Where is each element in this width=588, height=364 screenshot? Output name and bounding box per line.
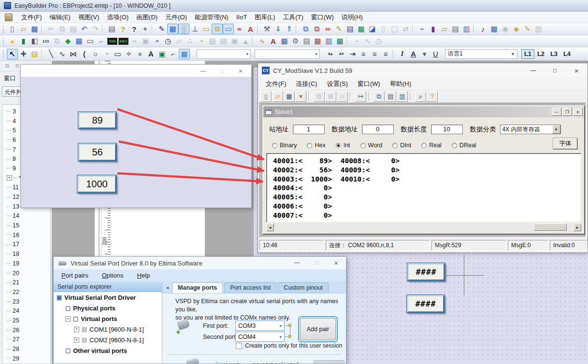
shape-style-combo[interactable]: ▾ (197, 49, 251, 59)
picker-icon[interactable]: ◪ (367, 24, 378, 34)
data-category-select[interactable]: 4X 内部寄存器 ▼ (500, 125, 561, 134)
menu-item[interactable]: 帮助(H) (385, 78, 416, 90)
close-icon[interactable]: × (334, 259, 338, 267)
menu-item[interactable]: 说明(H) (338, 12, 367, 23)
sound-icon[interactable]: ♪ (477, 24, 488, 34)
ms-tile-horizontal-icon[interactable]: ▤ (385, 91, 396, 102)
menu-item[interactable]: 文件(F) (17, 12, 46, 23)
report-icon[interactable]: ▤ (218, 36, 229, 46)
scrollbar-track[interactable] (274, 224, 574, 231)
maximize-icon[interactable]: □ (544, 63, 566, 78)
format-radio[interactable]: Word (360, 142, 383, 149)
open-icon[interactable]: ▱ (18, 24, 29, 34)
color-dropdown-icon[interactable]: ▾ (419, 49, 430, 59)
tab-manage-ports[interactable]: Manage ports (172, 282, 223, 293)
text-tool-icon[interactable]: A (145, 49, 157, 59)
usb-icon[interactable]: ▯ (378, 24, 389, 34)
window-tree-item[interactable]: 28 (2, 344, 50, 354)
minimize-icon[interactable]: — (522, 63, 544, 78)
comment-icon[interactable]: ▭ (223, 24, 234, 34)
chart-icon[interactable]: ▨ (207, 36, 218, 46)
format-radio[interactable]: Real (421, 142, 442, 149)
tree-item-physical-ports[interactable]: ▢ Physical ports (54, 303, 162, 313)
dock-pane-icon[interactable]: ⧉ (3, 62, 12, 70)
ms-save-icon[interactable]: ▦ (284, 91, 295, 102)
properties-icon[interactable]: ▤ (29, 49, 40, 59)
menu-item[interactable]: Help (137, 272, 150, 279)
system-settings-icon[interactable]: ⚙ (290, 36, 301, 46)
shape-icon[interactable]: ▭ (201, 24, 212, 34)
restore-icon[interactable]: ❐ (562, 108, 572, 116)
disc-icon[interactable]: ◉ (500, 24, 511, 34)
minimize-icon[interactable]: — (201, 68, 206, 74)
macro-icon[interactable]: ✎ (333, 24, 344, 34)
tree-expander-icon[interactable]: + (74, 337, 79, 343)
second-port-select[interactable]: COM4 ▾ (235, 332, 285, 342)
field-input[interactable]: 1 (293, 125, 325, 134)
csv-icon[interactable]: ▤ (344, 24, 356, 34)
font-button[interactable]: 字体 (553, 138, 577, 149)
context-help-icon[interactable]: ? (129, 24, 140, 34)
trend-icon[interactable]: ∿ (362, 36, 373, 46)
ms-delete-icon[interactable]: × (295, 91, 306, 102)
menu-item[interactable]: IIoT (232, 12, 251, 22)
menu-item[interactable]: 画图(D) (132, 12, 161, 23)
ascii-display-icon[interactable]: ABC (118, 38, 129, 45)
ms-tile-vertical-icon[interactable]: ▥ (397, 91, 408, 102)
font-manage-icon[interactable]: A (268, 36, 279, 46)
screen-icon[interactable]: ▦ (73, 36, 85, 46)
chevron-down-icon[interactable]: ▼ (552, 125, 560, 134)
key-icon[interactable]: ⌐ (96, 36, 107, 46)
maximize-icon[interactable]: □ (221, 68, 224, 74)
message-board-icon[interactable]: ▭ (85, 36, 96, 46)
schedule-icon[interactable]: ▦ (488, 24, 500, 34)
line-tool-icon[interactable]: ╲ (45, 49, 57, 59)
compile-icon[interactable]: ⚒ (261, 24, 272, 34)
find-element-icon[interactable]: ⌖ (140, 24, 151, 34)
minimize-icon[interactable]: — (294, 259, 300, 267)
menu-item[interactable]: 文件(F) (261, 78, 291, 90)
tree-expander-icon[interactable]: + (74, 327, 79, 332)
scale-tool-icon[interactable]: ||| (134, 49, 145, 59)
font-style-combo[interactable]: ▾ (255, 49, 320, 59)
numeric-display-object[interactable]: #### (407, 295, 445, 313)
menu-item[interactable]: 窗口(W) (307, 12, 338, 23)
recipe-icon[interactable]: ▦ (312, 36, 323, 46)
bars-icon[interactable]: ▥ (533, 24, 544, 34)
state-button-l3[interactable]: L3 (547, 49, 560, 59)
window-tree-item[interactable]: 23 (2, 297, 50, 307)
copy-window-icon[interactable]: ⧉ (300, 24, 311, 34)
snap-icon[interactable]: ⊥ (189, 24, 201, 34)
menu-item[interactable]: 工具(T) (279, 12, 307, 23)
window-tree-item[interactable]: 20 (2, 268, 50, 278)
menu-item[interactable]: 设置(S) (322, 78, 353, 90)
tree-expander-icon[interactable]: − (65, 316, 71, 322)
operation-log-icon[interactable]: ϟ (257, 36, 268, 46)
format-radio[interactable]: DReal (452, 142, 476, 149)
menu-item[interactable]: 连接(C) (291, 78, 322, 90)
format-radio[interactable]: DInt (392, 142, 411, 149)
word-lamp-icon[interactable]: ▮ (18, 36, 29, 46)
window-tree-item[interactable]: 16 (2, 230, 50, 240)
font-enlarge-icon[interactable]: A▴ (325, 49, 336, 59)
ms-connect-icon[interactable]: ↦ (355, 91, 366, 102)
numeric-display-object[interactable]: #### (407, 263, 445, 281)
window-tree-item[interactable]: 26 (2, 325, 50, 335)
grid-icon[interactable]: ▒ (178, 24, 189, 34)
transfer-icon[interactable]: ⇄ (400, 24, 411, 34)
form-edit-icon[interactable]: ✎ (522, 24, 533, 34)
menu-item[interactable]: Port pairs (61, 272, 88, 279)
picture-tool-icon[interactable]: ▣ (157, 49, 168, 59)
corner-tool-icon[interactable]: ⌐ (168, 49, 179, 59)
state-button-l2[interactable]: L2 (534, 49, 547, 59)
ms-config-icon[interactable]: ▱ (337, 91, 348, 102)
monitor-config-icon[interactable]: ▦ (279, 36, 290, 46)
format-radio[interactable]: Hex (307, 142, 325, 149)
tab-custom-pinout[interactable]: Custom pinout (278, 282, 329, 293)
scrollbar-thumb[interactable] (534, 224, 567, 231)
menu-item[interactable]: 窗口(W) (353, 78, 385, 90)
menu-item[interactable]: 能源管理(N) (191, 12, 232, 23)
numeric-input-icon[interactable]: 123 (40, 36, 51, 46)
polyline-tool-icon[interactable]: ⋈ (68, 49, 79, 59)
menu-item[interactable]: 视图(V) (74, 12, 103, 23)
